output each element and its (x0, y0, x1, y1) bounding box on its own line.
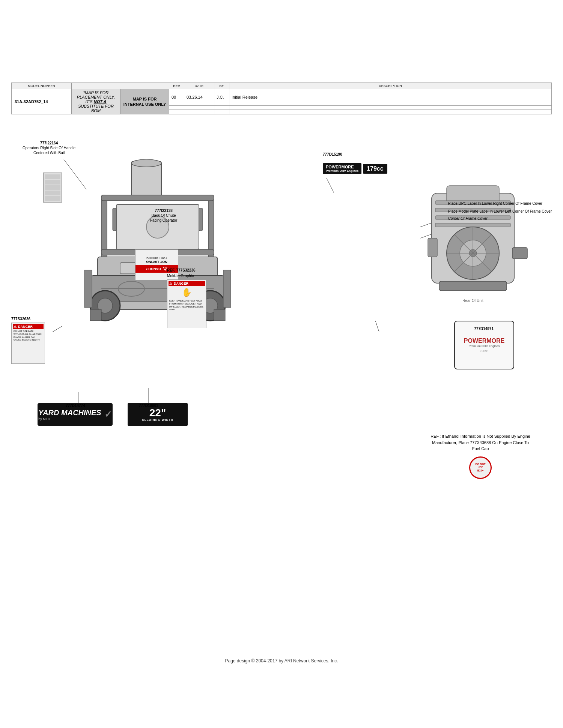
upc-label-box: Place UPC Label In Lower Right Corner Of… (448, 201, 552, 221)
part-number-777D14971: 777D14971 (474, 326, 494, 331)
main-diagram-area: ARI 777I22164 Operators Right Side Of Ha… (0, 118, 563, 643)
powermore-badge-sub: Premium OHV Engines (326, 169, 358, 173)
rev-00: 00 (169, 89, 184, 106)
svg-rect-35 (113, 208, 116, 231)
svg-rect-50 (512, 248, 527, 259)
part-777S32636-block: 777S32636 ⚠ DANGER READ OPERATOR'S MANUA… (11, 317, 49, 366)
not-lifting-text: NOT LIFTING (146, 260, 167, 264)
svg-rect-29 (84, 270, 92, 308)
yard-machines-text: YARD MACHINES (38, 408, 101, 417)
powermore-badge-box: POWERMORE Premium OHV Engines (323, 163, 361, 174)
part-label-777I22138: 777I22138 Back Of ChuteFacing Operator (150, 208, 177, 223)
map-placement-note: *MAP IS FOR PLACEMENT ONLY, IT'S NOT A S… (72, 89, 120, 114)
danger-text-chute: DANGER (146, 267, 161, 271)
svg-rect-52 (439, 281, 507, 291)
checkmark-icon: ✓ (104, 409, 112, 420)
desc-00: Initial Release (229, 89, 552, 106)
powermore-large-text: POWERMORE (464, 338, 504, 344)
date-02 (184, 110, 214, 114)
model-number: 31A-32AD752_14 (12, 89, 72, 114)
part-777S32236-block: REF. 777S32236 Mold-In Graphic ⚠ DANGER … (167, 268, 196, 279)
danger-label-bottom: ⚠ DANGER DO NOT OPERATE WITHOUT ALL GUAR… (11, 323, 45, 364)
part-number-777I22164: 777I22164 (23, 141, 75, 146)
part-number-777D19903: 777D19903 (139, 403, 158, 408)
danger-triangle-chute: ⚠ (163, 266, 167, 272)
date-01 (184, 105, 214, 110)
corner-of-frame-cover: Corner Of Frame Cover (448, 216, 552, 221)
part-label-777D14971: 777D14971 (474, 326, 494, 331)
part-number-777I22138: 777I22138 (150, 208, 177, 213)
model-number-header: Model Number (12, 83, 72, 89)
part-label-777D19903: 777D19903 (139, 403, 158, 408)
upc-label-text: Place UPC Label In Lower Right Corner Of… (448, 201, 552, 206)
description-header: Description (229, 83, 552, 89)
part-number-777D14774: 777D14774 (66, 403, 85, 408)
yard-machines-content: YARD MACHINES by MTD (38, 408, 101, 421)
svg-rect-27 (90, 309, 101, 321)
model-plate-text: Place Model Plate Label In Lower Left Co… (448, 209, 552, 214)
by-00: J.C. (214, 89, 229, 106)
danger-text-bottom: DANGER (18, 325, 33, 329)
yard-machines-sub: by MTD (38, 417, 50, 421)
ethanol-ref-block: REF.: If Ethanol Information Is Not Supp… (428, 433, 533, 479)
svg-line-2 (327, 178, 334, 193)
for-turning-text: FOR TURNING (146, 257, 167, 260)
by-02 (214, 110, 229, 114)
svg-rect-30 (223, 270, 231, 308)
svg-text:Rear Of Unit: Rear Of Unit (462, 299, 483, 303)
clearing-width-text: CLEARING WIDTH (142, 418, 173, 422)
svg-rect-28 (214, 309, 225, 321)
danger-icon-bottom: ⚠ (14, 325, 17, 329)
rev-header: Rev (169, 83, 184, 89)
by-01 (214, 105, 229, 110)
part-number-777S32236: REF. 777S32236 (167, 268, 196, 272)
rev-02 (169, 110, 184, 114)
part-label-777D14774: 777D14774 (66, 403, 85, 408)
desc-01 (229, 105, 552, 110)
powermore-badge-text: POWERMORE (326, 165, 358, 169)
map-placement-text: *MAP IS FOR PLACEMENT ONLY, IT'S NOT A S… (77, 90, 115, 113)
page-footer: Page design © 2004-2017 by ARI Network S… (0, 651, 563, 675)
engine-image: Rear Of Unit (417, 171, 529, 306)
part-number-777S32636: 777S32636 (11, 317, 49, 321)
svg-line-9 (375, 321, 379, 332)
by-header: By (214, 83, 229, 89)
cc-179-badge: 179cc (363, 164, 387, 174)
powermore-large-sub: Premium OHV Engines (469, 344, 500, 348)
svg-point-11 (131, 159, 161, 167)
danger-content-mold: KEEP HANDS AND FEET AWAY FROM ROTATING A… (169, 299, 205, 312)
map-internal-use: MAP IS FOR INTERNAL USE ONLY (120, 89, 169, 114)
fuel-cap-do-not-badge: DO NOTUSEE15+ (469, 456, 492, 479)
svg-rect-51 (428, 238, 437, 257)
footer-text: Page design © 2004-2017 by ARI Network S… (225, 658, 338, 663)
svg-rect-42 (435, 223, 510, 227)
part-desc-777S32236: Mold-In Graphic (167, 274, 196, 278)
date-header: Date (184, 83, 214, 89)
danger-header-bottom: ⚠ DANGER (13, 324, 44, 329)
svg-rect-36 (199, 208, 203, 231)
map-header (72, 83, 169, 89)
danger-icon-mold: ⚠ (169, 282, 172, 285)
rev-01 (169, 105, 184, 110)
hand-icon: ✋ (182, 288, 192, 297)
powermore-large-id: 72091 (479, 349, 489, 353)
part-desc-777I22138: Back Of ChuteFacing Operator (150, 213, 177, 223)
danger-label-mold-in: ⚠ DANGER ✋ KEEP HANDS AND FEET AWAY FROM… (167, 279, 206, 328)
danger-text-mold: DANGER (174, 282, 188, 285)
header-table: Model Number Rev Date By Description 31A… (11, 83, 552, 114)
engine-svg: Rear Of Unit (417, 171, 529, 306)
desc-02 (229, 110, 552, 114)
date-00: 03.26.14 (184, 89, 214, 106)
part-label-777D15190: 777D15190 (323, 152, 342, 157)
danger-header-mold: ⚠ DANGER (169, 281, 205, 286)
svg-rect-14 (101, 195, 214, 201)
ethanol-ref-text: REF.: If Ethanol Information Is Not Supp… (428, 433, 533, 452)
part-number-777D15190: 777D15190 (323, 152, 342, 157)
danger-content-bottom: DO NOT OPERATE WITHOUT ALL GUARDS IN PLA… (13, 329, 44, 342)
clearing-width-number: 22" (149, 408, 166, 418)
